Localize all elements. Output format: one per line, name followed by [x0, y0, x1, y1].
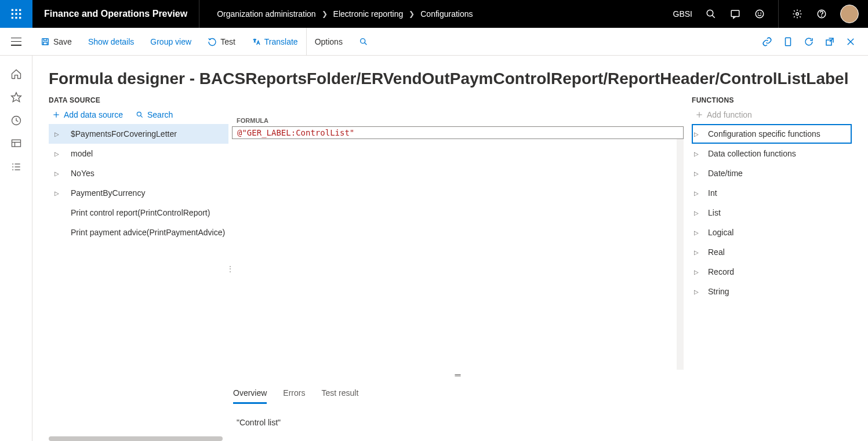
divider — [778, 0, 779, 28]
add-data-source-button[interactable]: Add data source — [52, 110, 123, 119]
chevron-right-icon[interactable]: ▷ — [694, 170, 700, 177]
function-category-item[interactable]: ▷String — [692, 282, 852, 301]
data-source-item[interactable]: ▷$PaymentsForCoveringLetter — [49, 124, 228, 144]
data-source-item-label: PaymentByCurrency — [68, 188, 145, 198]
company-picker[interactable]: GBSI — [673, 9, 692, 19]
popout-icon[interactable] — [824, 36, 836, 48]
save-button[interactable]: Save — [32, 28, 80, 55]
function-category-item[interactable]: ▷Int — [692, 183, 852, 203]
data-source-item[interactable]: ▷model — [49, 144, 228, 163]
formula-input[interactable]: @"GER_LABEL:ControlList" — [232, 126, 684, 139]
data-source-item[interactable]: ▷Print control report(PrintControlReport… — [49, 203, 228, 223]
translate-button[interactable]: Translate — [244, 28, 306, 55]
chevron-right-icon[interactable]: ▷ — [694, 269, 700, 275]
data-source-item-label: NoYes — [68, 169, 95, 178]
data-source-item[interactable]: ▷PaymentByCurrency — [49, 183, 228, 203]
svg-rect-19 — [43, 38, 46, 40]
chevron-right-icon[interactable]: ▷ — [55, 131, 60, 137]
function-category-item[interactable]: ▷List — [692, 203, 852, 223]
svg-point-12 — [756, 10, 764, 18]
function-category-item[interactable]: ▷Logical — [692, 223, 852, 242]
function-category-item[interactable]: ▷Real — [692, 242, 852, 262]
svg-rect-20 — [43, 42, 48, 45]
function-category-label: Record — [708, 267, 734, 276]
waffle-launcher[interactable] — [0, 0, 32, 28]
chevron-right-icon: ❯ — [409, 10, 415, 18]
svg-rect-2 — [19, 9, 21, 11]
tab-overview[interactable]: Overview — [233, 384, 267, 404]
gear-icon[interactable] — [791, 8, 803, 20]
data-source-item-label: model — [68, 149, 93, 158]
function-category-label: Real — [708, 247, 725, 257]
tab-errors[interactable]: Errors — [283, 384, 305, 404]
save-label: Save — [53, 37, 72, 46]
svg-rect-7 — [15, 17, 17, 19]
home-icon[interactable] — [10, 68, 22, 80]
formula-editor-body[interactable] — [232, 139, 684, 370]
show-details-button[interactable]: Show details — [80, 28, 142, 55]
data-source-tree: ▷$PaymentsForCoveringLetter▷model▷NoYes▷… — [49, 124, 228, 436]
chevron-right-icon[interactable]: ▷ — [55, 170, 60, 177]
chevron-right-icon[interactable]: ▷ — [694, 249, 700, 256]
function-category-label: List — [708, 208, 721, 217]
svg-rect-23 — [786, 38, 791, 46]
data-source-item[interactable]: ▷NoYes — [49, 163, 228, 183]
scrollbar[interactable] — [49, 436, 223, 441]
options-button[interactable]: Options — [306, 28, 351, 55]
data-source-item-label: $PaymentsForCoveringLetter — [68, 129, 177, 139]
breadcrumb-item[interactable]: Configurations — [420, 9, 473, 19]
data-source-item[interactable]: ▷Print payment advice(PrintPaymentAdvice… — [49, 223, 228, 242]
refresh-icon[interactable] — [803, 36, 815, 48]
svg-point-9 — [707, 10, 713, 16]
smile-icon[interactable] — [754, 8, 765, 20]
data-source-header: DATA SOURCE — [49, 96, 228, 104]
avatar[interactable] — [840, 5, 859, 23]
star-icon[interactable] — [10, 92, 22, 103]
action-search[interactable] — [351, 28, 376, 55]
top-bar: Finance and Operations Preview Organizat… — [0, 0, 868, 28]
add-function-button: Add function — [695, 110, 752, 119]
svg-point-17 — [822, 16, 822, 16]
horizontal-splitter[interactable]: ═ — [232, 370, 684, 380]
nav-toggle[interactable] — [0, 28, 32, 56]
data-source-pane: DATA SOURCE Add data source Search ▷$Pay… — [49, 96, 228, 441]
search-data-source-button[interactable]: Search — [136, 110, 173, 119]
chevron-right-icon[interactable]: ▷ — [694, 210, 700, 216]
function-category-label: Configuration specific functions — [708, 129, 820, 139]
function-category-label: String — [708, 287, 729, 296]
functions-header: FUNCTIONS — [692, 96, 852, 104]
function-category-item[interactable]: ▷Date/time — [692, 163, 852, 183]
breadcrumb-item[interactable]: Organization administration — [217, 9, 315, 19]
search-icon[interactable] — [705, 8, 717, 20]
function-category-label: Logical — [708, 228, 733, 237]
chevron-right-icon[interactable]: ▷ — [694, 289, 700, 295]
close-icon[interactable] — [845, 36, 856, 48]
formula-pane: FORMULA @"GER_LABEL:ControlList" ═ Overv… — [232, 96, 684, 441]
test-button[interactable]: Test — [199, 28, 244, 55]
chevron-right-icon[interactable]: ▷ — [55, 151, 60, 157]
chevron-right-icon[interactable]: ▷ — [694, 131, 700, 137]
formula-expression: @"GER_LABEL:ControlList" — [237, 128, 354, 137]
chevron-right-icon[interactable]: ▷ — [694, 151, 700, 157]
chevron-right-icon[interactable]: ▷ — [694, 229, 700, 236]
page-icon[interactable] — [782, 36, 794, 48]
svg-rect-30 — [12, 140, 20, 147]
function-category-item[interactable]: ▷Data collection functions — [692, 144, 852, 163]
svg-line-42 — [140, 115, 143, 118]
workspace-icon[interactable] — [10, 138, 22, 150]
breadcrumb-item[interactable]: Electronic reporting — [333, 9, 404, 19]
chevron-right-icon[interactable]: ▷ — [694, 190, 700, 196]
function-category-item[interactable]: ▷Configuration specific functions — [692, 124, 852, 144]
modules-icon[interactable] — [10, 161, 22, 173]
page-title: Formula designer - BACSReportsFolder/ERV… — [49, 70, 852, 88]
link-icon[interactable] — [761, 36, 773, 48]
tab-test-result[interactable]: Test result — [321, 384, 358, 404]
chat-icon[interactable] — [729, 8, 741, 20]
help-icon[interactable] — [816, 8, 827, 20]
recent-icon[interactable] — [10, 115, 22, 126]
chevron-right-icon[interactable]: ▷ — [55, 190, 60, 196]
svg-rect-4 — [15, 13, 17, 14]
group-view-button[interactable]: Group view — [142, 28, 199, 55]
function-category-item[interactable]: ▷Record — [692, 262, 852, 282]
svg-rect-0 — [12, 9, 13, 11]
